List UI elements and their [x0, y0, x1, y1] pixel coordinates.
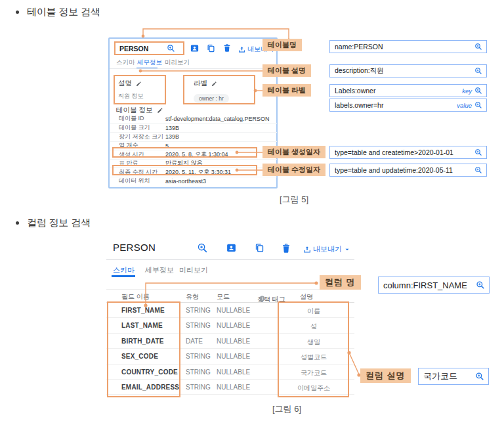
annotation-table-label: 테이블 라벨 [262, 84, 311, 97]
query-box-labels-value: value [329, 99, 487, 112]
info-row-table-id: 테이블 IDstf-development:data_catalog.PERSO… [110, 114, 277, 123]
query-box-column-desc [418, 368, 489, 385]
query-tag-value: value [457, 102, 472, 109]
query-tag-key: key [462, 87, 472, 95]
description-box: 설명 직원 정보 [114, 75, 166, 104]
info-label: 테이블 크기 [110, 123, 165, 132]
table-search-input[interactable] [119, 45, 167, 53]
info-value: 139B [165, 125, 179, 131]
section1-title: 테이블 정보 검색 [27, 6, 100, 18]
section2-title: 컬럼 정보 검색 [27, 217, 91, 229]
info-row-table-size: 테이블 크기139B [110, 123, 277, 133]
edit-pencil-icon[interactable] [211, 81, 217, 87]
query-box-updatetime [329, 164, 487, 177]
figure6-caption: [그림 6] [251, 403, 323, 415]
query-box-description [329, 64, 487, 78]
upload-icon [238, 46, 245, 53]
bullet-dot [16, 11, 19, 14]
figure5-caption: [그림 5] [258, 194, 330, 206]
description-title: 설명 [118, 79, 132, 88]
trash-icon[interactable] [222, 43, 232, 53]
tab-schema[interactable]: 스키마 [113, 265, 135, 275]
table-title: PERSON [113, 242, 156, 253]
edit-pencil-icon[interactable] [157, 107, 163, 114]
description-value: 직원 정보 [118, 92, 165, 100]
query-input-column-name[interactable] [383, 280, 473, 290]
labels-title: 라벨 [194, 79, 207, 88]
edit-pencil-icon[interactable] [136, 81, 142, 87]
query-input-name[interactable] [335, 43, 469, 51]
cell-type: STRING [186, 353, 211, 360]
panel1-tabs: 스키마 세부정보 미리보기 [110, 58, 276, 68]
contact-card-icon[interactable] [226, 242, 237, 254]
header-description: 설명 [300, 292, 313, 301]
tab-schema[interactable]: 스키마 [116, 58, 135, 67]
section1-heading: 테이블 정보 검색 [16, 6, 100, 18]
search-plus-icon[interactable] [474, 101, 482, 109]
cell-mode: NULLABLE [217, 322, 250, 329]
cell-type: STRING [186, 368, 211, 376]
copy-icon[interactable] [254, 242, 265, 254]
query-box-column-name [378, 277, 490, 294]
info-row-longterm-size: 장기 저장소 크기139B [110, 132, 277, 141]
annotation-table-name: 테이블명 [262, 39, 302, 51]
annotation-table-desc: 테이블 설명 [262, 64, 311, 77]
search-plus-icon[interactable] [475, 372, 484, 381]
info-row-data-location: 데이터 위치asia-northeast3 [110, 177, 277, 186]
info-icon[interactable] [259, 295, 266, 302]
search-plus-icon[interactable] [167, 44, 175, 53]
query-box-createtime [329, 146, 487, 159]
cell-type: DATE [186, 338, 203, 345]
query-input-labels-key[interactable] [335, 87, 459, 95]
query-input-labels-value[interactable] [335, 101, 454, 109]
query-input-column-desc[interactable] [423, 372, 472, 382]
info-value: asia-northeast3 [165, 178, 206, 185]
cell-type: STRING [186, 384, 211, 391]
modified-row-highlight [112, 165, 257, 175]
tab-details[interactable]: 세부정보 [145, 265, 174, 275]
annotation-column-desc: 컬럼 설명 [360, 368, 411, 383]
labels-box: 라벨 owner : hr [183, 75, 255, 104]
header-type: 유형 [186, 292, 199, 301]
search-plus-icon[interactable] [476, 280, 485, 290]
cell-type: STRING [186, 322, 211, 329]
export-button[interactable]: 내보내기 [303, 244, 350, 254]
active-tab-underline [112, 275, 135, 277]
description-column-highlight [278, 301, 349, 397]
table-info-title-text: 테이블 정보 [116, 106, 152, 115]
query-box-labels-key: key [329, 84, 487, 97]
contact-card-icon[interactable] [190, 43, 200, 53]
chevron-down-icon [344, 246, 350, 253]
info-label: 데이터 위치 [110, 177, 165, 185]
label-chip: owner : hr [194, 94, 229, 103]
copy-icon[interactable] [206, 43, 216, 53]
info-label: 장기 저장소 크기 [110, 133, 165, 141]
annotation-column-name: 컬럼 명 [320, 275, 361, 290]
export-label: 내보내기 [313, 244, 342, 254]
tab-preview[interactable]: 미리보기 [179, 265, 208, 275]
query-input-description[interactable] [335, 67, 469, 75]
annotation-table-created: 테이블 생성일자 [262, 146, 326, 158]
trash-icon[interactable] [281, 243, 291, 254]
header-field-name: 필드 이름 [121, 292, 150, 301]
search-plus-icon[interactable] [474, 43, 482, 51]
search-plus-icon[interactable] [474, 87, 482, 95]
tab-preview[interactable]: 미리보기 [165, 58, 190, 67]
bullet-dot [16, 221, 19, 225]
search-plus-icon[interactable] [474, 166, 482, 174]
annotation-table-updated: 테이블 수정일자 [262, 164, 326, 176]
cell-mode: NULLABLE [217, 307, 250, 314]
query-box-name [329, 40, 487, 53]
query-input-createtime[interactable] [335, 148, 469, 156]
search-plus-icon[interactable] [197, 242, 208, 254]
info-value: 139B [165, 133, 179, 140]
search-plus-icon[interactable] [474, 148, 482, 156]
cell-type: STRING [186, 307, 211, 314]
search-plus-icon[interactable] [474, 67, 482, 75]
tab-details[interactable]: 세부정보 [137, 58, 162, 67]
schema-header: 필드 이름 유형 모드 정책 태그 설명 [106, 289, 354, 303]
divider [110, 68, 276, 69]
cell-mode: NULLABLE [217, 338, 250, 345]
query-input-updatetime[interactable] [335, 166, 469, 174]
created-row-highlight [112, 147, 257, 158]
